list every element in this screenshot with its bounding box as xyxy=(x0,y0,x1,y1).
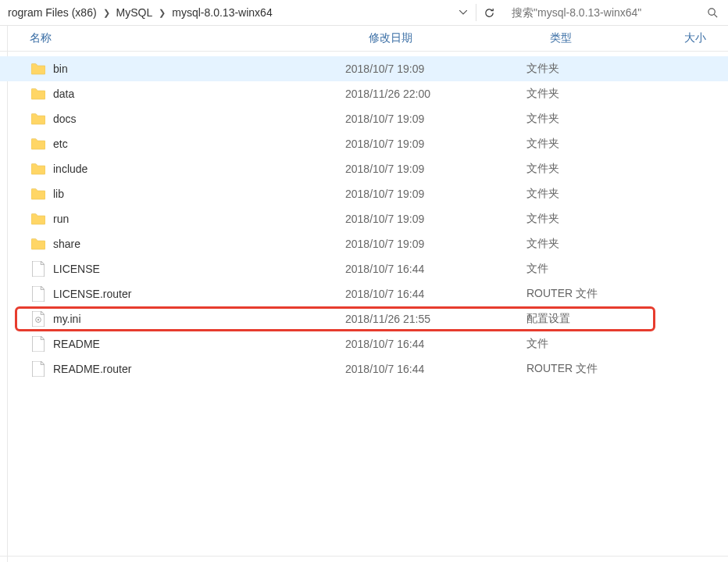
file-row[interactable]: etc2018/10/7 19:09文件夹 xyxy=(0,131,728,156)
file-row[interactable]: include2018/10/7 19:09文件夹 xyxy=(0,156,728,181)
file-name-cell: LICENSE xyxy=(30,260,345,277)
file-name: LICENSE.router xyxy=(53,288,131,300)
file-type: 文件夹 xyxy=(526,87,661,101)
chevron-right-icon[interactable]: ❯ xyxy=(154,8,170,18)
folder-icon xyxy=(30,85,47,102)
file-name: README xyxy=(53,338,100,350)
file-name: lib xyxy=(53,188,64,200)
file-name: etc xyxy=(53,138,68,150)
file-type: 文件夹 xyxy=(526,112,661,126)
file-date: 2018/10/7 19:09 xyxy=(345,213,526,225)
file-type: 文件夹 xyxy=(526,162,661,176)
search-icon[interactable] xyxy=(705,7,719,19)
history-dropdown-button[interactable] xyxy=(452,2,474,23)
settings-file-icon xyxy=(30,310,47,328)
file-date: 2018/10/7 19:09 xyxy=(345,63,526,75)
file-icon xyxy=(30,260,47,277)
file-row[interactable]: bin2018/10/7 19:09文件夹 xyxy=(0,56,728,81)
file-type: 文件夹 xyxy=(526,237,661,251)
file-list: bin2018/10/7 19:09文件夹data2018/11/26 22:0… xyxy=(0,52,728,381)
divider xyxy=(476,4,476,21)
file-date: 2018/10/7 19:09 xyxy=(345,238,526,250)
folder-icon xyxy=(30,60,47,77)
file-icon xyxy=(30,360,47,378)
breadcrumb-item-mysql[interactable]: MySQL xyxy=(115,6,155,19)
file-name: my.ini xyxy=(53,313,81,325)
column-header-type[interactable]: 类型 xyxy=(550,31,684,45)
file-name: README.router xyxy=(53,363,131,375)
file-name: run xyxy=(53,213,69,225)
file-name: docs xyxy=(53,113,77,125)
folder-icon xyxy=(30,160,47,177)
folder-icon xyxy=(30,135,47,152)
file-icon xyxy=(30,285,47,302)
column-headers: 名称 修改日期 类型 大小 xyxy=(0,26,728,52)
file-row[interactable]: README2018/10/7 16:44文件 xyxy=(0,331,728,356)
column-header-name[interactable]: 名称 xyxy=(30,31,369,45)
file-name-cell: etc xyxy=(30,135,345,152)
file-name-cell: run xyxy=(30,210,345,227)
file-type: 文件夹 xyxy=(526,187,661,201)
file-icon xyxy=(30,335,47,353)
file-type: 文件夹 xyxy=(526,137,661,151)
file-row[interactable]: data2018/11/26 22:00文件夹 xyxy=(0,81,728,106)
file-name-cell: LICENSE.router xyxy=(30,285,345,302)
svg-point-0 xyxy=(708,8,714,14)
file-date: 2018/10/7 19:09 xyxy=(345,163,526,175)
search-input[interactable] xyxy=(512,6,705,19)
file-name-cell: data xyxy=(30,85,345,102)
breadcrumb-item-mysqlversion[interactable]: mysql-8.0.13-winx64 xyxy=(170,6,273,19)
statusbar-border xyxy=(0,556,728,562)
file-row[interactable]: README.router2018/10/7 16:44ROUTER 文件 xyxy=(0,356,728,381)
file-type: 文件夹 xyxy=(526,212,661,226)
file-name-cell: docs xyxy=(30,110,345,127)
column-header-date[interactable]: 修改日期 xyxy=(369,31,550,45)
svg-point-3 xyxy=(37,319,39,320)
column-header-size[interactable]: 大小 xyxy=(684,31,706,45)
file-date: 2018/10/7 16:44 xyxy=(345,263,526,275)
address-bar: rogram Files (x86) ❯ MySQL ❯ mysql-8.0.1… xyxy=(0,0,728,26)
file-row[interactable]: LICENSE2018/10/7 16:44文件 xyxy=(0,256,728,281)
file-row[interactable]: run2018/10/7 19:09文件夹 xyxy=(0,206,728,231)
refresh-button[interactable] xyxy=(478,2,500,23)
file-date: 2018/10/7 16:44 xyxy=(345,288,526,300)
chevron-right-icon[interactable]: ❯ xyxy=(98,8,115,18)
file-name: bin xyxy=(53,63,68,75)
folder-icon xyxy=(30,210,47,227)
breadcrumb-item-programfiles[interactable]: rogram Files (x86) xyxy=(6,6,98,19)
file-type: ROUTER 文件 xyxy=(526,362,661,376)
file-name-cell: include xyxy=(30,160,345,177)
file-row[interactable]: docs2018/10/7 19:09文件夹 xyxy=(0,106,728,131)
file-name: share xyxy=(53,238,80,250)
file-type: 文件夹 xyxy=(526,62,661,76)
file-type: 配置设置 xyxy=(526,312,661,326)
folder-icon xyxy=(30,110,47,127)
file-type: 文件 xyxy=(526,262,661,276)
file-name: data xyxy=(53,88,74,100)
file-name-cell: README xyxy=(30,335,345,353)
file-row[interactable]: share2018/10/7 19:09文件夹 xyxy=(0,231,728,256)
file-date: 2018/11/26 21:55 xyxy=(345,313,526,325)
svg-line-1 xyxy=(714,14,717,17)
file-date: 2018/10/7 19:09 xyxy=(345,138,526,150)
file-name-cell: lib xyxy=(30,185,345,202)
file-name-cell: bin xyxy=(30,60,345,77)
file-date: 2018/10/7 19:09 xyxy=(345,113,526,125)
file-name-cell: my.ini xyxy=(30,310,345,328)
breadcrumb[interactable]: rogram Files (x86) ❯ MySQL ❯ mysql-8.0.1… xyxy=(0,0,452,25)
file-type: ROUTER 文件 xyxy=(526,287,661,301)
file-date: 2018/11/26 22:00 xyxy=(345,88,526,100)
search-box[interactable] xyxy=(506,2,725,23)
file-row[interactable]: my.ini2018/11/26 21:55配置设置 xyxy=(0,306,728,331)
file-type: 文件 xyxy=(526,337,661,351)
file-date: 2018/10/7 16:44 xyxy=(345,338,526,350)
file-date: 2018/10/7 19:09 xyxy=(345,188,526,200)
file-row[interactable]: lib2018/10/7 19:09文件夹 xyxy=(0,181,728,206)
folder-icon xyxy=(30,185,47,202)
file-name-cell: share xyxy=(30,235,345,252)
file-row[interactable]: LICENSE.router2018/10/7 16:44ROUTER 文件 xyxy=(0,281,728,306)
file-date: 2018/10/7 16:44 xyxy=(345,363,526,375)
file-name: LICENSE xyxy=(53,263,100,275)
file-name-cell: README.router xyxy=(30,360,345,378)
file-name: include xyxy=(53,163,87,175)
